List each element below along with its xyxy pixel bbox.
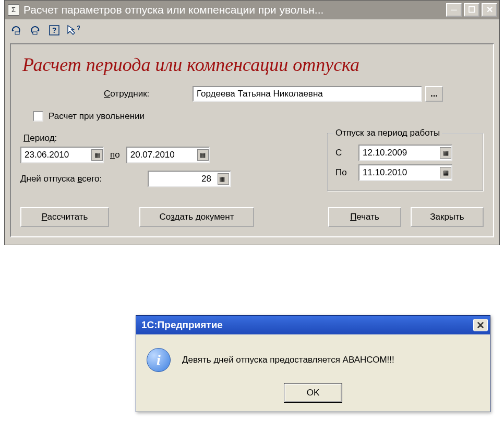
maximize-button[interactable]: ☐ — [464, 3, 479, 17]
days-input[interactable]: 28 ▦ — [148, 171, 231, 187]
employee-value: Гордеева Татьяна Николаевна — [197, 89, 323, 99]
calculate-button[interactable]: Рассчитать — [20, 207, 109, 227]
whats-this-icon[interactable]: ? — [66, 23, 80, 37]
dismissal-checkbox[interactable] — [33, 111, 43, 122]
period-label: Период: — [23, 133, 317, 143]
svg-text:?: ? — [77, 24, 80, 32]
work-from-value: 12.10.2009 — [363, 148, 407, 158]
minimize-button[interactable]: ─ — [446, 3, 462, 17]
work-to-value: 11.10.2010 — [363, 167, 407, 178]
message-dialog: 1С:Предприятие ✕ i Девять дней отпуска п… — [136, 315, 490, 412]
dismissal-row: Расчет при увольнении — [33, 111, 484, 122]
calendar-icon[interactable]: ▦ — [197, 149, 209, 161]
days-value: 28 — [201, 174, 214, 184]
calendar-icon[interactable]: ▦ — [440, 147, 451, 159]
days-label: Дней отпуска всего: — [20, 174, 140, 184]
svg-text:?: ? — [52, 26, 57, 34]
employee-label: Сотрудник: — [20, 89, 193, 99]
calendar-icon[interactable]: ▦ — [440, 167, 451, 178]
app-icon: Σ — [8, 4, 19, 16]
toolbar-action2-icon[interactable] — [29, 23, 42, 37]
employee-row: Сотрудник: Гордеева Татьяна Николаевна .… — [20, 86, 484, 102]
close-button[interactable]: ✕ — [482, 3, 497, 17]
titlebar: Σ Расчет параметров отпуска или компенса… — [5, 1, 499, 19]
form-panel: Расчет периода или компенсации отпуска С… — [10, 43, 494, 237]
svg-rect-0 — [15, 32, 19, 34]
toolbar-action1-icon[interactable] — [10, 23, 23, 37]
period-block: Период: 23.06.2010 ▦ по 20.07.2010 ▦ Дне… — [20, 133, 317, 187]
days-row: Дней отпуска всего: 28 ▦ — [20, 171, 317, 187]
main-window: Σ Расчет параметров отпуска или компенса… — [4, 0, 500, 245]
dialog-footer: OK — [136, 379, 490, 412]
toolbar: ? ? — [5, 19, 499, 41]
calc-icon[interactable]: ▦ — [218, 173, 229, 185]
help-icon[interactable]: ? — [47, 23, 61, 37]
dialog-title: 1С:Предприятие — [141, 319, 223, 331]
work-from-input[interactable]: 12.10.2009 ▦ — [358, 145, 452, 161]
period-to-value: 20.07.2010 — [130, 150, 175, 160]
svg-rect-1 — [33, 32, 37, 34]
work-from-label: С — [335, 148, 352, 158]
work-to-input[interactable]: 11.10.2010 ▦ — [358, 164, 452, 181]
employee-lookup-button[interactable]: ... — [425, 86, 443, 102]
print-button[interactable]: Печать — [328, 207, 401, 227]
window-buttons: ─ ☐ ✕ — [446, 3, 499, 17]
info-icon: i — [147, 348, 171, 372]
dialog-close-button[interactable]: ✕ — [473, 319, 488, 331]
period-to-input[interactable]: 20.07.2010 ▦ — [126, 147, 210, 163]
period-to-label: по — [110, 150, 120, 160]
ok-button[interactable]: OK — [284, 383, 342, 402]
mid-section: Период: 23.06.2010 ▦ по 20.07.2010 ▦ Дне… — [20, 133, 484, 191]
period-from-input[interactable]: 23.06.2010 ▦ — [20, 147, 104, 163]
work-to-label: По — [335, 167, 352, 178]
work-from-row: С 12.10.2009 ▦ — [335, 145, 475, 161]
page-heading: Расчет периода или компенсации отпуска — [22, 54, 484, 76]
employee-input[interactable]: Гордеева Татьяна Николаевна — [193, 86, 422, 102]
dialog-message: Девять дней отпуска предоставляется АВАН… — [182, 355, 394, 365]
period-from-value: 23.06.2010 — [25, 150, 69, 160]
button-row: Рассчитать Создать документ Печать Закры… — [20, 207, 484, 227]
create-document-button[interactable]: Создать документ — [139, 207, 254, 227]
work-period-legend: Отпуск за период работы — [333, 128, 442, 138]
period-inputs: 23.06.2010 ▦ по 20.07.2010 ▦ — [20, 147, 317, 163]
window-title: Расчет параметров отпуска или компенсаци… — [23, 4, 446, 16]
dialog-body: i Девять дней отпуска предоставляется АВ… — [136, 334, 490, 379]
work-period-group: Отпуск за период работы С 12.10.2009 ▦ П… — [327, 133, 484, 191]
dialog-titlebar: 1С:Предприятие ✕ — [136, 316, 490, 334]
calendar-icon[interactable]: ▦ — [91, 149, 103, 161]
dismissal-label: Расчет при увольнении — [49, 111, 145, 122]
work-to-row: По 11.10.2010 ▦ — [335, 164, 475, 181]
close-form-button[interactable]: Закрыть — [411, 207, 484, 227]
